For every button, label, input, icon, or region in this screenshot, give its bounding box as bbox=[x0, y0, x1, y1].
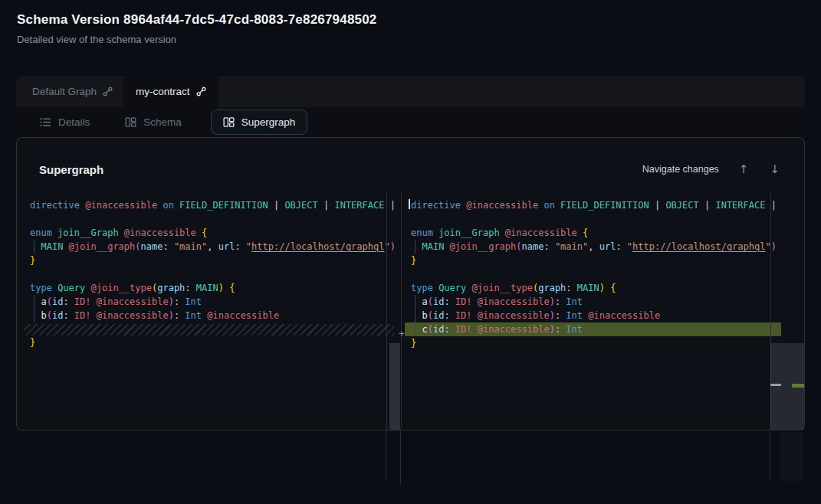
tab-label: Details bbox=[58, 116, 90, 128]
minimap-overflow-column bbox=[780, 432, 803, 481]
graph-variant-icon bbox=[196, 87, 206, 97]
code-line: } bbox=[24, 335, 394, 349]
diff-placeholder-row bbox=[24, 324, 394, 335]
pane-separator bbox=[401, 191, 402, 430]
overview-ruler-marker bbox=[770, 384, 781, 386]
code-line: } bbox=[405, 254, 781, 267]
tab-schema[interactable]: Schema bbox=[116, 110, 191, 134]
tab-details[interactable]: Details bbox=[31, 110, 99, 134]
pane-edge-line bbox=[386, 191, 387, 430]
code-line bbox=[405, 212, 781, 226]
tab-default-graph[interactable]: Default Graph bbox=[16, 76, 123, 107]
columns-icon bbox=[125, 116, 136, 128]
code-line: MAIN @join__graph(name: "main", url: "ht… bbox=[24, 240, 394, 254]
tab-my-contract[interactable]: my-contract bbox=[123, 76, 218, 107]
tab-label: my-contract bbox=[136, 86, 190, 97]
supergraph-panel: Supergraph Navigate changes ↑ ↓ directiv… bbox=[16, 137, 805, 430]
code-line: b(id: ID! @inaccessible): Int @inaccessi… bbox=[405, 309, 781, 322]
added-line-marker: + bbox=[396, 327, 408, 341]
code-line: enum join__Graph @inaccessible { bbox=[405, 226, 781, 240]
diff-pane-modified[interactable]: directive @inaccessible on FIELD_DEFINIT… bbox=[405, 191, 781, 430]
schema-version-page: Schema Version 8964af44-7dc5-47cd-8083-7… bbox=[0, 0, 821, 504]
overview-added-marker bbox=[792, 384, 804, 388]
scroll-track-line bbox=[770, 432, 770, 479]
panel-title: Supergraph bbox=[39, 163, 103, 176]
navigate-previous-button[interactable]: ↑ bbox=[737, 162, 750, 176]
code-line: type Query @join__type(graph: MAIN) { bbox=[24, 281, 394, 295]
code-line: directive @inaccessible on FIELD_DEFINIT… bbox=[405, 198, 781, 212]
separator-overflow-line bbox=[400, 430, 401, 485]
text-cursor bbox=[409, 199, 410, 209]
code-line: } bbox=[405, 336, 781, 350]
code-line bbox=[24, 267, 394, 281]
left-scrollbar-thumb[interactable] bbox=[389, 343, 400, 430]
page-title: Schema Version 8964af44-7dc5-47cd-8083-7… bbox=[17, 12, 377, 28]
added-code-line: c(id: ID! @inaccessible): Int bbox=[405, 322, 781, 336]
contract-tab-strip: Default Graph my-contract bbox=[16, 76, 805, 107]
code-line: b(id: ID! @inaccessible): Int @inaccessi… bbox=[24, 309, 394, 322]
code-line: a(id: ID! @inaccessible): Int bbox=[24, 295, 394, 309]
list-icon bbox=[40, 117, 51, 127]
columns-icon bbox=[223, 116, 235, 128]
code-line: enum join__Graph @inaccessible { bbox=[24, 226, 394, 240]
diff-editor: directive @inaccessible on FIELD_DEFINIT… bbox=[17, 191, 804, 430]
tab-label: Default Graph bbox=[32, 86, 97, 97]
navigate-changes-label: Navigate changes bbox=[642, 164, 719, 175]
code-line: directive @inaccessible on FIELD_DEFINIT… bbox=[24, 198, 394, 212]
diff-pane-original[interactable]: directive @inaccessible on FIELD_DEFINIT… bbox=[24, 191, 394, 430]
code-line: a(id: ID! @inaccessible): Int bbox=[405, 295, 781, 309]
tab-label: Supergraph bbox=[241, 116, 296, 128]
view-tab-bar: Details Schema bbox=[16, 107, 805, 137]
page-subtitle: Detailed view of the schema version bbox=[17, 34, 176, 45]
tab-supergraph[interactable]: Supergraph bbox=[211, 110, 308, 135]
navigate-changes: Navigate changes ↑ ↓ bbox=[642, 162, 781, 176]
graph-variant-icon bbox=[103, 87, 113, 97]
code-line: } bbox=[24, 254, 394, 267]
navigate-next-button[interactable]: ↓ bbox=[768, 162, 781, 176]
tab-label: Schema bbox=[143, 116, 182, 128]
graph-card: Default Graph my-contract bbox=[16, 76, 805, 430]
code-line bbox=[405, 267, 781, 281]
code-line: type Query @join__type(graph: MAIN) { bbox=[405, 281, 781, 295]
scroll-track-line bbox=[386, 430, 386, 479]
code-line: MAIN @join__graph(name: "main", url: "ht… bbox=[405, 240, 781, 254]
code-line bbox=[24, 212, 394, 226]
